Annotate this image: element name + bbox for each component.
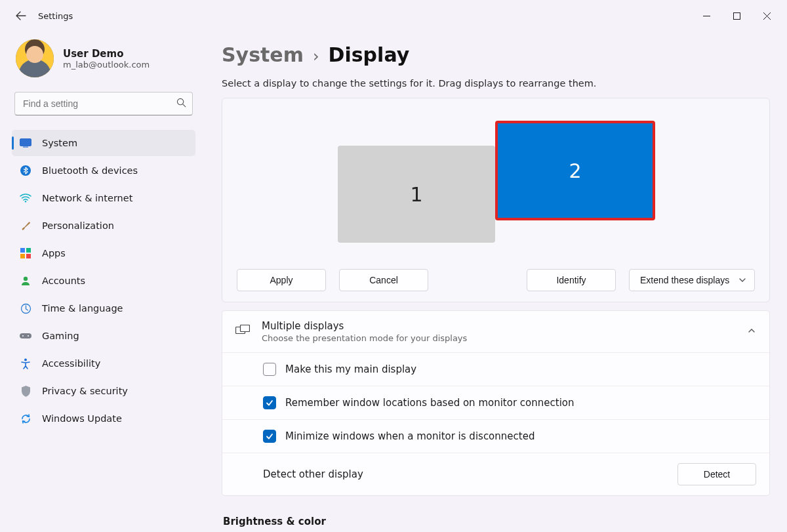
nav-list: System Bluetooth & devices Network & int… bbox=[12, 130, 195, 433]
make-main-display-row[interactable]: Make this my main display bbox=[222, 352, 769, 386]
profile-name: User Demo bbox=[63, 48, 150, 60]
checkbox-remember-locations[interactable] bbox=[263, 396, 276, 409]
maximize-button[interactable] bbox=[721, 5, 752, 26]
sidebar-item-gaming[interactable]: Gaming bbox=[12, 323, 195, 349]
hint-text: Select a display to change the settings … bbox=[222, 78, 770, 89]
apply-button[interactable]: Apply bbox=[237, 269, 326, 291]
chevron-down-icon bbox=[738, 276, 746, 284]
arrange-actions: Apply Cancel Identify Extend these displ… bbox=[222, 269, 769, 291]
titlebar: Settings bbox=[0, 0, 787, 31]
chevron-up-icon bbox=[747, 326, 756, 337]
svg-rect-2 bbox=[20, 139, 31, 146]
multiple-displays-card: Multiple displays Choose the presentatio… bbox=[222, 310, 770, 496]
displays-icon bbox=[235, 325, 250, 338]
svg-point-13 bbox=[22, 335, 24, 337]
svg-point-10 bbox=[24, 277, 28, 281]
chevron-right-icon: › bbox=[313, 47, 319, 66]
update-icon bbox=[20, 413, 31, 424]
sidebar-item-label: Network & internet bbox=[42, 193, 132, 203]
identify-button[interactable]: Identify bbox=[527, 269, 616, 291]
wifi-icon bbox=[20, 192, 31, 204]
maximize-icon bbox=[733, 12, 740, 20]
sidebar-item-label: Accounts bbox=[42, 276, 85, 286]
page-title: Display bbox=[329, 43, 410, 66]
check-icon bbox=[266, 399, 273, 407]
sidebar-item-accounts[interactable]: Accounts bbox=[12, 268, 195, 294]
display-mode-dropdown[interactable]: Extend these displays bbox=[629, 269, 755, 291]
sidebar-item-windows-update[interactable]: Windows Update bbox=[12, 405, 195, 432]
shield-icon bbox=[20, 385, 31, 397]
minimize-icon bbox=[703, 12, 710, 20]
search-wrap bbox=[14, 92, 193, 115]
svg-rect-0 bbox=[733, 12, 740, 19]
check-icon bbox=[266, 432, 273, 440]
svg-point-5 bbox=[25, 201, 26, 202]
display-mode-selected: Extend these displays bbox=[640, 275, 729, 285]
svg-rect-3 bbox=[23, 147, 28, 148]
sidebar-item-time-language[interactable]: Time & language bbox=[12, 295, 195, 321]
svg-rect-12 bbox=[20, 333, 31, 338]
sidebar-item-label: Time & language bbox=[42, 303, 123, 314]
svg-point-15 bbox=[24, 358, 27, 361]
globe-clock-icon bbox=[20, 302, 31, 314]
breadcrumb-parent[interactable]: System bbox=[222, 43, 304, 66]
sidebar-item-label: Windows Update bbox=[42, 413, 122, 424]
main-content: System › Display Select a display to cha… bbox=[205, 31, 787, 532]
gamepad-icon bbox=[20, 330, 31, 342]
monitor-1[interactable]: 1 bbox=[338, 146, 495, 243]
sidebar-item-apps[interactable]: Apps bbox=[12, 240, 195, 266]
card-title: Multiple displays bbox=[262, 320, 467, 332]
sidebar-item-system[interactable]: System bbox=[12, 130, 195, 156]
close-button[interactable] bbox=[752, 5, 782, 26]
breadcrumb: System › Display bbox=[222, 43, 770, 66]
multiple-displays-header[interactable]: Multiple displays Choose the presentatio… bbox=[222, 311, 769, 352]
display-arrangement-canvas[interactable]: 1 2 bbox=[222, 98, 769, 269]
svg-point-14 bbox=[28, 335, 29, 337]
minimize-on-disconnect-row[interactable]: Minimize windows when a monitor is disco… bbox=[222, 419, 769, 453]
sidebar-item-label: Privacy & security bbox=[42, 386, 128, 396]
svg-rect-6 bbox=[20, 248, 25, 253]
apps-icon bbox=[20, 247, 31, 259]
sidebar-item-network[interactable]: Network & internet bbox=[12, 185, 195, 211]
arrow-left-icon bbox=[16, 10, 26, 21]
detect-button[interactable]: Detect bbox=[677, 463, 756, 485]
accessibility-icon bbox=[20, 358, 31, 369]
minimize-button[interactable] bbox=[691, 5, 721, 26]
svg-rect-9 bbox=[26, 254, 31, 258]
sidebar-item-accessibility[interactable]: Accessibility bbox=[12, 350, 195, 377]
sidebar-item-bluetooth[interactable]: Bluetooth & devices bbox=[12, 157, 195, 184]
search-input[interactable] bbox=[14, 92, 193, 115]
sidebar-item-privacy[interactable]: Privacy & security bbox=[12, 378, 195, 404]
sidebar-item-label: System bbox=[42, 138, 77, 148]
svg-point-1 bbox=[177, 98, 183, 104]
svg-rect-7 bbox=[26, 248, 31, 253]
sidebar-item-personalization[interactable]: Personalization bbox=[12, 213, 195, 239]
option-label: Make this my main display bbox=[285, 363, 416, 375]
system-icon bbox=[20, 137, 31, 149]
option-label: Remember window locations based on monit… bbox=[285, 397, 575, 409]
card-subtitle: Choose the presentation mode for your di… bbox=[262, 333, 467, 343]
profile-email: m_lab@outlook.com bbox=[63, 60, 150, 70]
checkbox-minimize-disconnect[interactable] bbox=[263, 430, 276, 443]
monitor-2[interactable]: 2 bbox=[495, 121, 655, 220]
profile-block[interactable]: User Demo m_lab@outlook.com bbox=[12, 31, 195, 92]
sidebar: User Demo m_lab@outlook.com System Bluet… bbox=[0, 31, 205, 532]
app-title: Settings bbox=[38, 11, 73, 21]
bluetooth-icon bbox=[20, 165, 31, 176]
detect-other-display-row: Detect other display Detect bbox=[222, 453, 769, 495]
checkbox-main-display[interactable] bbox=[263, 363, 276, 376]
window-controls bbox=[691, 5, 782, 26]
svg-rect-8 bbox=[20, 254, 25, 258]
person-icon bbox=[20, 275, 31, 287]
sidebar-item-label: Bluetooth & devices bbox=[42, 165, 138, 176]
cancel-button[interactable]: Cancel bbox=[339, 269, 428, 291]
remember-window-locations-row[interactable]: Remember window locations based on monit… bbox=[222, 386, 769, 419]
sidebar-item-label: Apps bbox=[42, 248, 66, 258]
svg-rect-17 bbox=[241, 325, 250, 332]
display-arrangement-card: 1 2 Apply Cancel Identify Extend these d… bbox=[222, 98, 770, 302]
sidebar-item-label: Gaming bbox=[42, 331, 79, 341]
close-icon bbox=[763, 12, 771, 20]
avatar bbox=[16, 39, 54, 77]
back-button[interactable] bbox=[13, 8, 29, 24]
sidebar-item-label: Personalization bbox=[42, 220, 114, 231]
